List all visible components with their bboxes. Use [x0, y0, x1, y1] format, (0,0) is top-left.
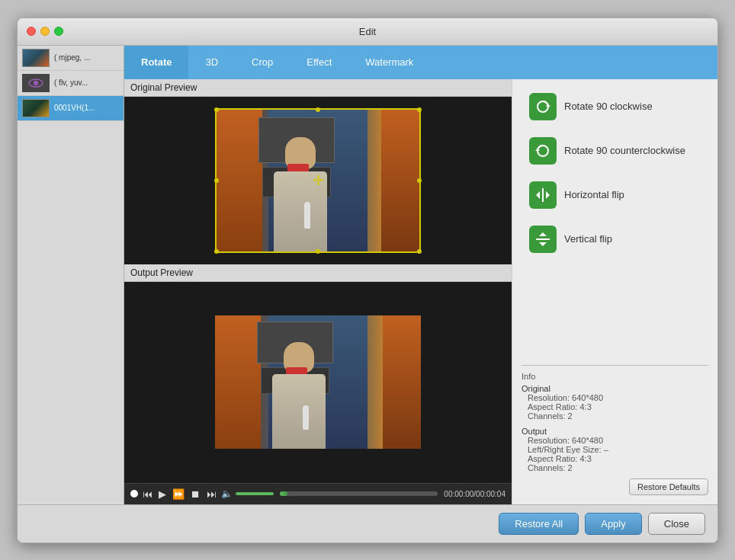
right-panel: Rotate 90 clockwise Rotate 90 counterclo…: [512, 79, 717, 504]
flip-v-button[interactable]: Vertical flip: [522, 221, 708, 258]
seek-ball[interactable]: [130, 490, 138, 498]
rotate-ccw-button[interactable]: Rotate 90 counterclockwise: [522, 133, 708, 169]
close-window-button[interactable]: [27, 27, 36, 36]
flip-v-label: Vertical flip: [564, 233, 612, 245]
tab-3d[interactable]: 3D: [188, 46, 235, 79]
volume-area: 🔈: [221, 488, 274, 499]
info-output-resolution: Resolution: 640*480: [522, 436, 708, 445]
output-preview-video: [124, 282, 512, 483]
original-video-frame: ✛: [215, 108, 421, 253]
output-preview-label: Output Preview: [124, 264, 512, 282]
progress-fill: [280, 491, 287, 496]
corner-br[interactable]: [417, 249, 422, 254]
rotate-cw-label: Rotate 90 clockwise: [564, 101, 653, 112]
sidebar-item-0[interactable]: ( mjpeg, ...: [18, 46, 124, 71]
maximize-window-button[interactable]: [54, 27, 63, 36]
close-button[interactable]: Close: [648, 513, 705, 535]
svg-marker-3: [546, 104, 550, 107]
window-title: Edit: [359, 26, 376, 37]
svg-marker-10: [539, 232, 547, 236]
stop-button[interactable]: ⏹: [189, 488, 202, 500]
main-body: Original Preview: [124, 79, 717, 504]
info-output-aspect: Aspect Ratio: 4:3: [522, 454, 708, 463]
main-area: Rotate 3D Crop Effect Watermark: [124, 46, 717, 504]
tab-crop[interactable]: Crop: [235, 46, 290, 79]
volume-slider[interactable]: [236, 492, 274, 495]
skip-back-button[interactable]: ⏮: [141, 488, 154, 500]
corner-bl[interactable]: [214, 249, 219, 254]
sidebar-item-text-2: 0001VH(1...: [54, 104, 95, 112]
volume-icon: 🔈: [221, 488, 233, 499]
tabs-bar: Rotate 3D Crop Effect Watermark: [124, 46, 717, 79]
titlebar: Edit: [18, 18, 717, 46]
skip-forward-button[interactable]: ⏭: [205, 488, 218, 500]
info-original-resolution: Resolution: 640*480: [522, 393, 708, 402]
info-original: Original Resolution: 640*480 Aspect Rati…: [522, 384, 708, 421]
info-original-title: Original: [522, 384, 708, 393]
preview-area: Original Preview: [124, 79, 512, 504]
rotate-cw-button[interactable]: Rotate 90 clockwise: [522, 88, 708, 125]
corner-ml[interactable]: [214, 178, 219, 183]
info-output-title: Output: [522, 427, 708, 436]
flip-v-icon: [529, 226, 557, 253]
playback-controls: ⏮ ▶ ⏩ ⏹ ⏭ 🔈 00:00:00/00:00:04: [124, 483, 512, 504]
flip-h-button[interactable]: Horizontal flip: [522, 177, 708, 213]
svg-marker-11: [539, 242, 547, 246]
flip-h-label: Horizontal flip: [564, 189, 624, 200]
progress-bar[interactable]: [280, 491, 438, 496]
output-video-frame: [215, 315, 421, 449]
corner-tl[interactable]: [214, 107, 219, 112]
svg-marker-5: [535, 149, 540, 151]
sidebar-item-2[interactable]: 0001VH(1...: [18, 96, 124, 121]
original-preview-label: Original Preview: [124, 79, 512, 97]
info-section: Info Original Resolution: 640*480 Aspect…: [522, 365, 708, 495]
eye-icon: [22, 74, 50, 92]
rotate-cw-icon: [529, 93, 557, 120]
svg-marker-7: [536, 191, 540, 199]
sidebar: ( mjpeg, ... ( flv, yuv... 0001VH(1...: [18, 46, 124, 504]
sidebar-item-text-0: ( mjpeg, ...: [54, 53, 90, 62]
info-original-channels: Channels: 2: [522, 411, 708, 421]
crosshair: ✛: [313, 172, 324, 189]
main-window: Edit ( mjpeg, ... ( flv, yuv...: [17, 18, 718, 543]
thumb-2: [22, 99, 50, 117]
tab-effect[interactable]: Effect: [290, 46, 348, 79]
thumb-img-2: [23, 100, 49, 117]
info-output-channels: Channels: 2: [522, 463, 708, 472]
info-output: Output Resolution: 640*480 Left/Right Ey…: [522, 427, 708, 472]
traffic-lights: [27, 27, 63, 36]
tab-rotate[interactable]: Rotate: [124, 46, 188, 79]
svg-marker-8: [546, 191, 550, 199]
play-button[interactable]: ▶: [157, 488, 168, 500]
corner-tm[interactable]: [316, 107, 320, 112]
corner-mr[interactable]: [417, 178, 422, 183]
thumb-img-0: [23, 50, 49, 66]
sidebar-item-text-1: ( flv, yuv...: [54, 78, 88, 87]
flip-h-icon: [529, 181, 557, 209]
rotate-ccw-icon: [529, 137, 557, 165]
content-area: ( mjpeg, ... ( flv, yuv... 0001VH(1...: [18, 46, 717, 504]
bottom-bar: Restore All Apply Close: [18, 504, 717, 542]
apply-button[interactable]: Apply: [585, 513, 642, 535]
info-original-aspect: Aspect Ratio: 4:3: [522, 402, 708, 411]
tab-watermark[interactable]: Watermark: [348, 46, 430, 79]
info-title: Info: [522, 372, 708, 381]
corner-bm[interactable]: [316, 249, 320, 254]
original-preview-video: ✛: [124, 97, 512, 264]
minimize-window-button[interactable]: [40, 27, 50, 36]
corner-tr[interactable]: [417, 107, 422, 112]
rotate-ccw-label: Rotate 90 counterclockwise: [564, 145, 685, 156]
info-output-eye-size: Left/Right Eye Size: –: [522, 445, 708, 454]
time-display: 00:00:00/00:00:04: [444, 490, 506, 498]
svg-point-1: [34, 81, 38, 85]
fast-forward-button[interactable]: ⏩: [171, 488, 186, 500]
thumb-0: [22, 49, 50, 67]
restore-all-button[interactable]: Restore All: [499, 513, 579, 535]
sidebar-item-1[interactable]: ( flv, yuv...: [18, 71, 124, 96]
restore-defaults-button[interactable]: Restore Defaults: [629, 478, 708, 495]
output-scene: [215, 315, 421, 449]
